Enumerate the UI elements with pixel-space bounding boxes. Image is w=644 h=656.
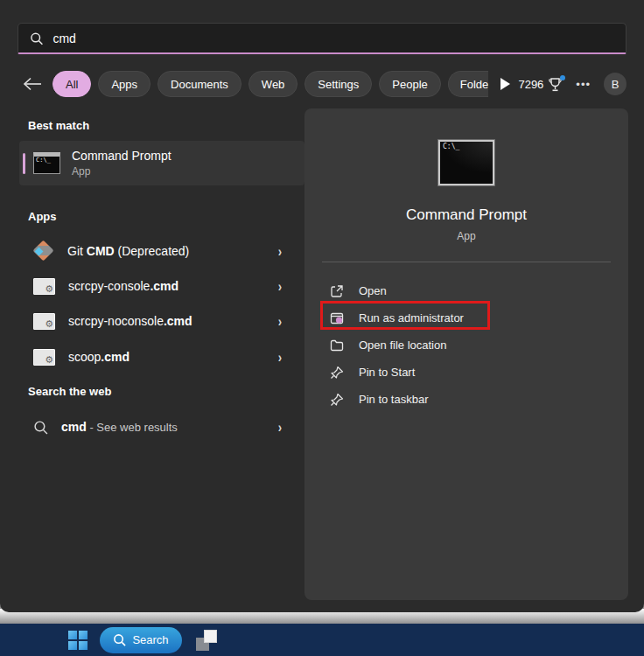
rewards-notification-dot <box>560 75 565 80</box>
chevron-right-icon[interactable]: › <box>278 243 282 260</box>
best-match-subtitle: App <box>72 165 172 178</box>
filter-bar: All Apps Documents Web Settings People F… <box>23 70 626 98</box>
app-result-scoop[interactable]: ⚙ scoop.cmd › <box>19 339 304 374</box>
run-as-admin-icon <box>330 311 344 325</box>
windows-start-button[interactable] <box>68 631 88 650</box>
batch-file-icon: ⚙ <box>33 278 55 295</box>
action-open-file-location[interactable]: Open file location <box>304 331 628 359</box>
filter-bar-right: 7296 ••• B <box>518 73 626 95</box>
rewards-points: 7296 <box>518 78 543 91</box>
task-view-button[interactable] <box>196 630 217 651</box>
command-prompt-icon: C:\_ <box>33 152 60 174</box>
open-icon <box>330 284 344 298</box>
user-avatar[interactable]: B <box>604 73 626 95</box>
folder-icon <box>330 338 344 352</box>
app-result-git-cmd[interactable]: Git CMD (Deprecated) › <box>19 234 304 269</box>
taskbar-search-button[interactable]: Search <box>100 627 182 653</box>
windows-search-screen: All Apps Documents Web Settings People F… <box>0 0 644 656</box>
more-filters-arrow-icon[interactable] <box>500 78 510 90</box>
filter-tab-web[interactable]: Web <box>248 71 298 97</box>
action-list: Open Run as administrator Open file loca… <box>304 277 628 413</box>
action-pin-to-start[interactable]: Pin to Start <box>304 359 628 386</box>
action-open[interactable]: Open <box>304 277 628 304</box>
action-run-as-administrator[interactable]: Run as administrator <box>304 304 628 331</box>
apps-header: Apps <box>28 210 57 223</box>
app-result-scrcpy-console[interactable]: ⚙ scrcpy-console.cmd › <box>19 269 304 304</box>
app-result-scrcpy-noconsole[interactable]: ⚙ scrcpy-noconsole.cmd › <box>19 304 304 338</box>
search-flyout-panel: All Apps Documents Web Settings People F… <box>0 0 644 612</box>
search-icon <box>33 420 48 435</box>
batch-file-icon: ⚙ <box>33 313 55 330</box>
result-detail-panel: C:\_ Command Prompt App Open <box>304 108 628 600</box>
batch-file-icon: ⚙ <box>33 349 55 366</box>
best-match-result[interactable]: C:\_ Command Prompt App <box>19 141 304 185</box>
chevron-right-icon[interactable]: › <box>278 278 282 295</box>
best-match-title: Command Prompt <box>72 149 172 163</box>
detail-title: Command Prompt <box>304 206 628 224</box>
action-pin-to-taskbar[interactable]: Pin to taskbar <box>304 386 628 413</box>
chevron-right-icon[interactable]: › <box>278 313 282 330</box>
detail-subtitle: App <box>304 230 628 242</box>
back-arrow-icon <box>23 77 42 91</box>
filter-tab-documents[interactable]: Documents <box>158 71 242 97</box>
rewards-badge[interactable]: 7296 <box>518 77 563 92</box>
command-prompt-icon-large: C:\_ <box>438 140 494 185</box>
taskbar: Search <box>0 624 644 656</box>
search-web-header: Search the web <box>28 385 111 398</box>
filter-tab-settings[interactable]: Settings <box>304 71 372 97</box>
pin-icon <box>330 393 344 407</box>
search-bar[interactable] <box>18 23 626 54</box>
back-button[interactable] <box>23 74 42 94</box>
search-icon <box>30 31 43 45</box>
filter-tab-apps[interactable]: Apps <box>98 71 150 97</box>
best-match-header: Best match <box>28 119 89 132</box>
search-icon <box>113 633 126 646</box>
filter-tab-folders[interactable]: Folde <box>448 71 488 97</box>
divider <box>322 262 611 262</box>
chevron-right-icon[interactable]: › <box>278 419 282 436</box>
git-icon <box>33 241 54 262</box>
pin-icon <box>330 366 344 380</box>
filter-tab-people[interactable]: People <box>379 71 440 97</box>
search-input[interactable] <box>52 31 614 45</box>
chevron-right-icon[interactable]: › <box>278 349 282 366</box>
selection-accent-bar <box>23 153 25 174</box>
filter-tab-all[interactable]: All <box>52 71 91 97</box>
web-search-result[interactable]: cmd - See web results › <box>19 409 304 444</box>
more-options-button[interactable]: ••• <box>576 78 591 91</box>
